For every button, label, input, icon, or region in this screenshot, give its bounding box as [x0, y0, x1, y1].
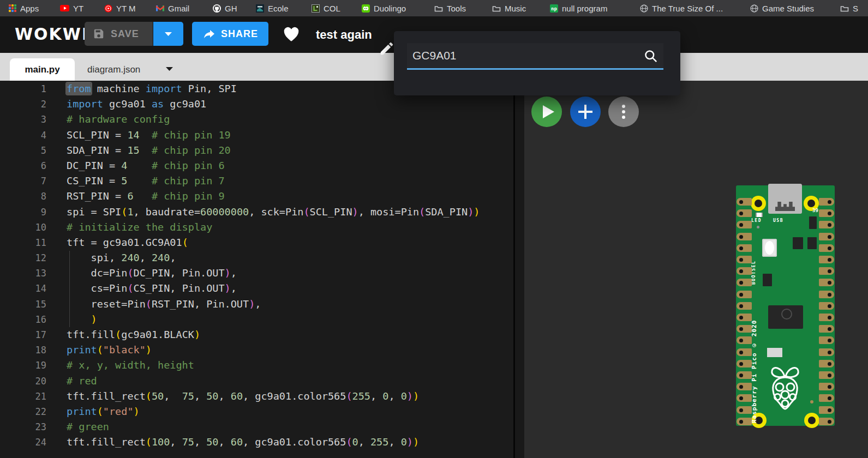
tab-diagram-json[interactable]: diagram.json	[87, 58, 140, 81]
right-pin-15[interactable]	[819, 360, 834, 367]
left-pin-2[interactable]	[737, 209, 752, 217]
left-pin-7[interactable]	[737, 267, 752, 275]
code-line-21[interactable]: 21tft.fill_rect(50, 75, 50, 60, gc9a01.c…	[0, 389, 513, 404]
right-pin-2[interactable]	[819, 209, 834, 217]
bookmark-s[interactable]: S	[840, 2, 858, 14]
left-pin-6[interactable]	[737, 256, 752, 263]
left-pin-9[interactable]	[737, 291, 752, 298]
right-pin-1[interactable]	[819, 198, 834, 206]
code-line-20[interactable]: 20# red	[0, 373, 513, 389]
left-pin-20[interactable]	[737, 418, 752, 425]
bookmark-col[interactable]: COL	[312, 2, 340, 14]
raspberry-pi-pico-board[interactable]: 1 2 39 LED USB BOOTSEL Raspberry Pi Pico…	[736, 185, 835, 426]
left-pin-19[interactable]	[737, 406, 752, 414]
wokwi-logo[interactable]: WOKWI	[15, 25, 89, 44]
bookmark-tools[interactable]: Tools	[434, 2, 466, 14]
code-line-7[interactable]: 7CS_PIN = 5 # chip pin 7	[0, 173, 513, 189]
right-pin-20[interactable]	[819, 418, 834, 425]
share-label: SHARE	[221, 28, 258, 40]
sim-menu-button[interactable]	[608, 97, 639, 127]
left-pin-15[interactable]	[737, 360, 752, 367]
right-pin-10[interactable]	[819, 302, 834, 310]
tab-list-chevron-icon[interactable]	[165, 64, 173, 74]
right-pin-6[interactable]	[819, 256, 834, 263]
right-pin-13[interactable]	[819, 336, 834, 344]
bookmark-the-true-size-of[interactable]: The True Size Of ...	[640, 2, 723, 14]
code-line-19[interactable]: 19# x, y, width, height	[0, 358, 513, 373]
bookmark-duolingo[interactable]: Duolingo	[362, 2, 406, 14]
right-pin-18[interactable]	[819, 394, 834, 402]
left-pin-10[interactable]	[737, 302, 752, 310]
tab-main-py[interactable]: main.py	[10, 58, 75, 81]
play-button[interactable]	[531, 97, 562, 127]
left-pin-12[interactable]	[737, 325, 752, 333]
bookmark-apps[interactable]: Apps	[9, 2, 39, 14]
save-dropdown-button[interactable]	[153, 22, 183, 46]
right-pin-9[interactable]	[819, 291, 834, 298]
share-button[interactable]: SHARE	[192, 22, 268, 46]
code-line-4[interactable]: 4SCL_PIN = 14 # chip pin 19	[0, 128, 513, 143]
bookmark-yt-m[interactable]: YT M	[104, 2, 136, 14]
code-line-16[interactable]: 16 )	[0, 312, 513, 327]
code-line-6[interactable]: 6DC_PIN = 4 # chip pin 6	[0, 158, 513, 173]
left-pin-16[interactable]	[737, 371, 752, 379]
bookmark-gh[interactable]: GH	[213, 2, 237, 14]
code-line-2[interactable]: 2import gc9a01 as gc9a01	[0, 97, 513, 112]
right-pin-19[interactable]	[819, 406, 834, 414]
left-pin-17[interactable]	[737, 383, 752, 390]
right-pin-17[interactable]	[819, 383, 834, 390]
code-line-24[interactable]: 24tft.fill_rect(100, 75, 50, 60, gc9a01.…	[0, 435, 513, 450]
save-button[interactable]: SAVE	[85, 22, 153, 46]
bookmark-gmail[interactable]: Gmail	[156, 2, 189, 14]
right-pin-4[interactable]	[819, 233, 834, 240]
code-line-23[interactable]: 23# green	[0, 419, 513, 435]
bookmark-game-studies[interactable]: Game Studies	[750, 2, 814, 14]
left-pin-14[interactable]	[737, 348, 752, 356]
left-pin-4[interactable]	[737, 233, 752, 240]
code-line-14[interactable]: 14 cs=Pin(CS_PIN, Pin.OUT),	[0, 281, 513, 296]
folder-icon	[840, 5, 849, 12]
code-line-10[interactable]: 10# initialize the display	[0, 220, 513, 235]
left-pin-1[interactable]	[737, 198, 752, 206]
right-pin-14[interactable]	[819, 348, 834, 356]
bootsel-button[interactable]	[762, 239, 777, 257]
code-editor[interactable]: 1from machine import Pin, SPI2import gc9…	[0, 81, 513, 458]
code-line-12[interactable]: 12 spi, 240, 240,	[0, 250, 513, 266]
code-line-22[interactable]: 22print("red")	[0, 404, 513, 419]
smd-chip	[763, 274, 772, 286]
right-pin-5[interactable]	[819, 244, 834, 252]
left-pin-13[interactable]	[737, 336, 752, 344]
bookmark-yt[interactable]: YT	[60, 2, 83, 14]
code-line-18[interactable]: 18print("black")	[0, 342, 513, 358]
code-line-5[interactable]: 5SDA_PIN = 15 # chip pin 20	[0, 143, 513, 158]
usb-contact-icon	[775, 202, 795, 211]
right-pin-16[interactable]	[819, 371, 834, 379]
code-line-8[interactable]: 8RST_PIN = 6 # chip pin 9	[0, 189, 513, 204]
right-pin-12[interactable]	[819, 325, 834, 333]
left-pin-3[interactable]	[737, 221, 752, 228]
left-pin-8[interactable]	[737, 279, 752, 286]
part-search-input[interactable]: GC9A01	[407, 43, 663, 70]
right-pin-3[interactable]	[819, 221, 834, 228]
bookmark-null-program[interactable]: npnull program	[550, 2, 607, 14]
bookmark-ecole[interactable]: Ecole	[256, 2, 289, 14]
favorite-heart-icon[interactable]	[283, 26, 300, 44]
search-icon[interactable]	[643, 49, 658, 63]
left-pin-18[interactable]	[737, 394, 752, 402]
left-pin-5[interactable]	[737, 244, 752, 252]
right-pin-7[interactable]	[819, 267, 834, 275]
add-part-button[interactable]	[570, 97, 601, 127]
edit-title-pencil-icon[interactable]	[379, 40, 395, 59]
right-pin-11[interactable]	[819, 314, 834, 321]
share-icon	[202, 27, 215, 40]
code-line-3[interactable]: 3# hardware config	[0, 112, 513, 127]
editor-sim-splitter[interactable]	[513, 81, 524, 458]
code-line-13[interactable]: 13 dc=Pin(DC_PIN, Pin.OUT),	[0, 266, 513, 281]
right-pin-8[interactable]	[819, 279, 834, 286]
bookmark-music[interactable]: Music	[492, 2, 526, 14]
code-line-11[interactable]: 11tft = gc9a01.GC9A01(	[0, 235, 513, 250]
code-line-15[interactable]: 15 reset=Pin(RST_PIN, Pin.OUT),	[0, 297, 513, 312]
code-line-9[interactable]: 9spi = SPI(1, baudrate=60000000, sck=Pin…	[0, 204, 513, 220]
code-line-17[interactable]: 17tft.fill(gc9a01.BLACK)	[0, 327, 513, 342]
left-pin-11[interactable]	[737, 314, 752, 321]
